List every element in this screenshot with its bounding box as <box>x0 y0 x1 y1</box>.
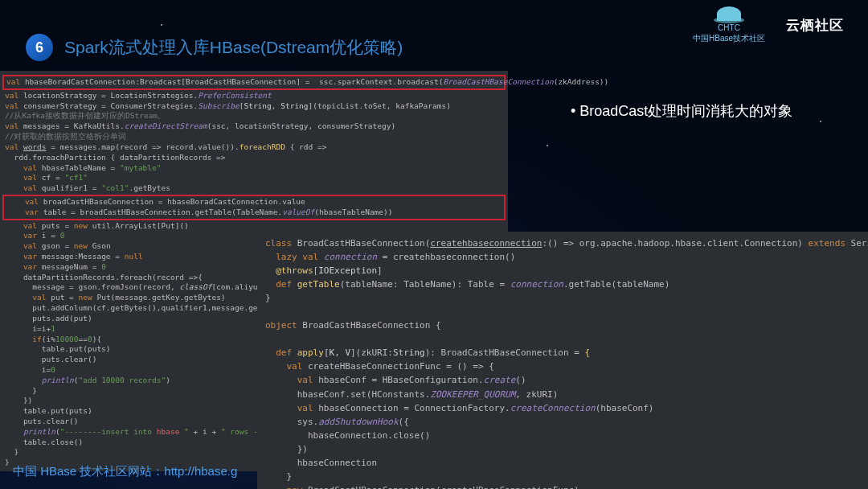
slide-heading: 6 Spark流式处理入库HBase(Dstream优化策略) <box>26 34 403 61</box>
community-logo: 云栖社区 <box>786 16 844 35</box>
highlight-box-1: val hbaseBoradCastConnection:Broadcast[B… <box>2 75 506 90</box>
code-block-right: class BroadCastHBaseConnection(createhba… <box>257 232 868 489</box>
footer-link: 中国 HBase 技术社区网站：http://hbase.g <box>13 464 237 479</box>
whale-icon <box>717 6 741 21</box>
highlight-box-2: val broadCastHBaseConnection = hbaseBora… <box>2 195 506 220</box>
slide-title: Spark流式处理入库HBase(Dstream优化策略) <box>64 36 403 59</box>
bullet-text: BroadCast处理时间消耗大的对象 <box>571 101 792 121</box>
brand-chtc: CHTC 中国HBase技术社区 <box>693 6 765 43</box>
top-bar: CHTC 中国HBase技术社区 云栖社区 <box>693 6 844 43</box>
slide-number-badge: 6 <box>26 34 53 61</box>
brand-top: CHTC <box>693 23 765 33</box>
brand-sub: 中国HBase技术社区 <box>693 33 765 43</box>
